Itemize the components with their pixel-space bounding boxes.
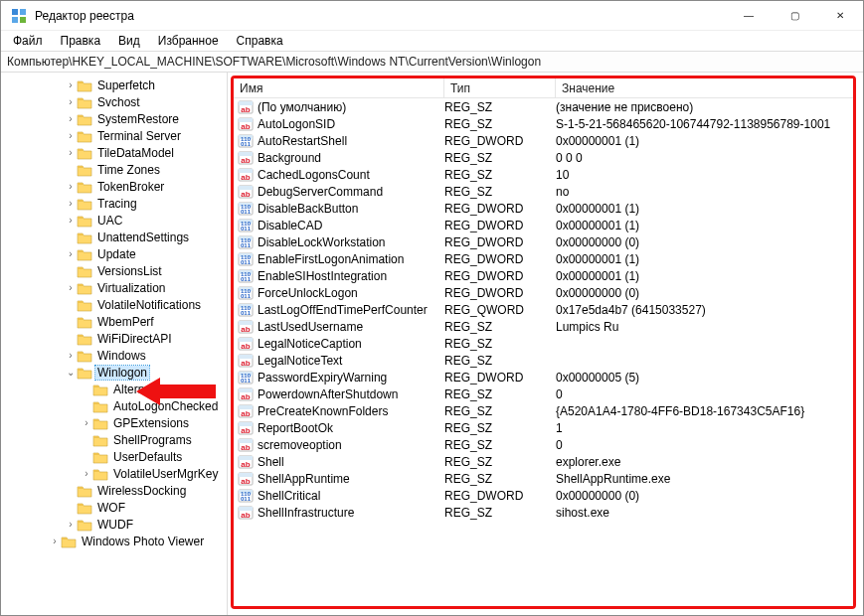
chevron-right-icon[interactable]: › xyxy=(65,282,77,293)
chevron-right-icon[interactable]: › xyxy=(65,350,77,361)
value-row[interactable]: abShellInfrastructureREG_SZsihost.exe xyxy=(234,504,853,521)
column-headers[interactable]: Имя Тип Значение xyxy=(234,78,853,98)
tree-item[interactable]: VolatileNotifications xyxy=(1,296,227,313)
svg-text:011110: 011110 xyxy=(241,490,252,501)
chevron-right-icon[interactable]: › xyxy=(65,147,77,158)
value-row[interactable]: abLegalNoticeCaptionREG_SZ xyxy=(234,335,853,352)
value-row[interactable]: abLegalNoticeTextREG_SZ xyxy=(234,352,853,369)
tree-item[interactable]: ›WUDF xyxy=(1,516,227,533)
value-type: REG_SZ xyxy=(444,168,556,182)
tree-item[interactable]: Time Zones xyxy=(1,161,227,178)
titlebar[interactable]: Редактор реестра — ▢ ✕ xyxy=(1,1,863,31)
folder-icon xyxy=(77,197,92,211)
tree-item[interactable]: WOF xyxy=(1,499,227,516)
value-row[interactable]: abBackgroundREG_SZ0 0 0 xyxy=(234,149,853,166)
address-bar[interactable]: Компьютер\HKEY_LOCAL_MACHINE\SOFTWARE\Mi… xyxy=(1,51,863,73)
chevron-right-icon[interactable]: › xyxy=(65,248,77,259)
chevron-right-icon[interactable]: › xyxy=(65,96,77,107)
tree-item[interactable]: ›Superfetch xyxy=(1,77,227,93)
tree-item[interactable]: ›SystemRestore xyxy=(1,110,227,127)
col-value[interactable]: Значение xyxy=(556,78,853,97)
tree-item[interactable]: ›Svchost xyxy=(1,93,227,110)
menu-file[interactable]: Файл xyxy=(5,33,51,49)
tree-item-label: AutoLogonChecked xyxy=(111,399,220,413)
col-name[interactable]: Имя xyxy=(234,78,444,97)
menu-view[interactable]: Вид xyxy=(110,33,148,49)
chevron-right-icon[interactable]: › xyxy=(65,519,77,530)
chevron-right-icon[interactable]: › xyxy=(65,130,77,141)
tree-item[interactable]: UnattendSettings xyxy=(1,229,227,245)
chevron-down-icon[interactable]: ⌄ xyxy=(65,367,77,378)
tree-item[interactable]: WirelessDocking xyxy=(1,482,227,499)
value-row[interactable]: 011110EnableFirstLogonAnimationREG_DWORD… xyxy=(234,250,853,267)
value-row[interactable]: abCachedLogonsCountREG_SZ10 xyxy=(234,166,853,183)
tree-item[interactable]: VersionsList xyxy=(1,262,227,279)
chevron-right-icon[interactable]: › xyxy=(65,113,77,124)
value-name: DisableLockWorkstation xyxy=(258,235,444,249)
value-row[interactable]: abReportBootOkREG_SZ1 xyxy=(234,419,853,436)
value-row[interactable]: 011110DisableLockWorkstationREG_DWORD0x0… xyxy=(234,233,853,250)
tree-item[interactable]: ⌄Winlogon xyxy=(1,364,227,381)
value-row[interactable]: 011110DisableCADREG_DWORD0x00000001 (1) xyxy=(234,217,853,233)
value-row[interactable]: abPowerdownAfterShutdownREG_SZ0 xyxy=(234,385,853,402)
value-row[interactable]: abShellAppRuntimeREG_SZShellAppRuntime.e… xyxy=(234,470,853,487)
tree-item[interactable]: WiFiDirectAPI xyxy=(1,330,227,347)
value-type: REG_SZ xyxy=(444,455,556,469)
svg-rect-1 xyxy=(20,9,26,15)
svg-text:ab: ab xyxy=(241,359,250,368)
value-type: REG_SZ xyxy=(444,387,556,401)
value-row[interactable]: 011110DisableBackButtonREG_DWORD0x000000… xyxy=(234,200,853,217)
col-type[interactable]: Тип xyxy=(444,78,556,97)
tree-panel[interactable]: ›Superfetch›Svchost›SystemRestore›Termin… xyxy=(1,73,228,615)
value-name: DebugServerCommand xyxy=(258,185,444,199)
value-row[interactable]: abDebugServerCommandREG_SZno xyxy=(234,183,853,200)
value-row[interactable]: abShellREG_SZexplorer.exe xyxy=(234,453,853,470)
tree-item[interactable]: ›Update xyxy=(1,245,227,262)
tree-item[interactable]: AlternateShells xyxy=(1,381,227,397)
menu-edit[interactable]: Правка xyxy=(53,33,109,49)
tree-item[interactable]: UserDefaults xyxy=(1,448,227,465)
tree-item[interactable]: ›VolatileUserMgrKey xyxy=(1,465,227,482)
value-row[interactable]: abAutoLogonSIDREG_SZS-1-5-21-568465620-1… xyxy=(234,115,853,132)
value-row[interactable]: abscremoveoptionREG_SZ0 xyxy=(234,436,853,453)
close-button[interactable]: ✕ xyxy=(817,1,863,31)
tree-item[interactable]: ›TileDataModel xyxy=(1,144,227,161)
value-row[interactable]: 011110ForceUnlockLogonREG_DWORD0x0000000… xyxy=(234,284,853,301)
tree-item[interactable]: AutoLogonChecked xyxy=(1,397,227,414)
value-row[interactable]: 011110EnableSIHostIntegrationREG_DWORD0x… xyxy=(234,267,853,284)
tree-item[interactable]: ›Windows Photo Viewer xyxy=(1,533,227,549)
chevron-right-icon[interactable]: › xyxy=(49,536,61,546)
value-row[interactable]: 011110LastLogOffEndTimePerfCounterREG_QW… xyxy=(234,301,853,318)
chevron-right-icon[interactable]: › xyxy=(81,468,92,479)
value-row[interactable]: abLastUsedUsernameREG_SZLumpics Ru xyxy=(234,318,853,335)
tree-item[interactable]: ShellPrograms xyxy=(1,431,227,448)
folder-icon xyxy=(92,433,108,447)
value-row[interactable]: ab(По умолчанию)REG_SZ(значение не присв… xyxy=(234,98,853,115)
chevron-right-icon[interactable]: › xyxy=(65,79,77,90)
value-row[interactable]: 011110PasswordExpiryWarningREG_DWORD0x00… xyxy=(234,369,853,385)
tree-item[interactable]: ›TokenBroker xyxy=(1,178,227,195)
value-data: 0x00000005 (5) xyxy=(556,371,853,385)
value-row[interactable]: abPreCreateKnownFoldersREG_SZ{A520A1A4-1… xyxy=(234,402,853,419)
tree-item[interactable]: WbemPerf xyxy=(1,313,227,330)
tree-item[interactable]: ›UAC xyxy=(1,212,227,229)
tree-item[interactable]: ›GPExtensions xyxy=(1,414,227,431)
tree-item[interactable]: ›Virtualization xyxy=(1,279,227,296)
value-type: REG_SZ xyxy=(444,404,556,418)
chevron-right-icon[interactable]: › xyxy=(65,215,77,226)
value-type: REG_SZ xyxy=(444,438,556,452)
menu-help[interactable]: Справка xyxy=(229,33,291,49)
chevron-right-icon[interactable]: › xyxy=(65,181,77,192)
tree-item[interactable]: ›Terminal Server xyxy=(1,127,227,144)
value-row[interactable]: 011110AutoRestartShellREG_DWORD0x0000000… xyxy=(234,132,853,149)
tree-item[interactable]: ›Tracing xyxy=(1,195,227,212)
chevron-right-icon[interactable]: › xyxy=(65,198,77,209)
maximize-button[interactable]: ▢ xyxy=(772,1,817,31)
value-name: LegalNoticeText xyxy=(258,354,444,368)
value-row[interactable]: 011110ShellCriticalREG_DWORD0x00000000 (… xyxy=(234,487,853,504)
value-name: ForceUnlockLogon xyxy=(258,286,444,300)
tree-item[interactable]: ›Windows xyxy=(1,347,227,364)
minimize-button[interactable]: — xyxy=(726,1,772,31)
menu-favorites[interactable]: Избранное xyxy=(150,33,227,49)
chevron-right-icon[interactable]: › xyxy=(81,417,92,428)
